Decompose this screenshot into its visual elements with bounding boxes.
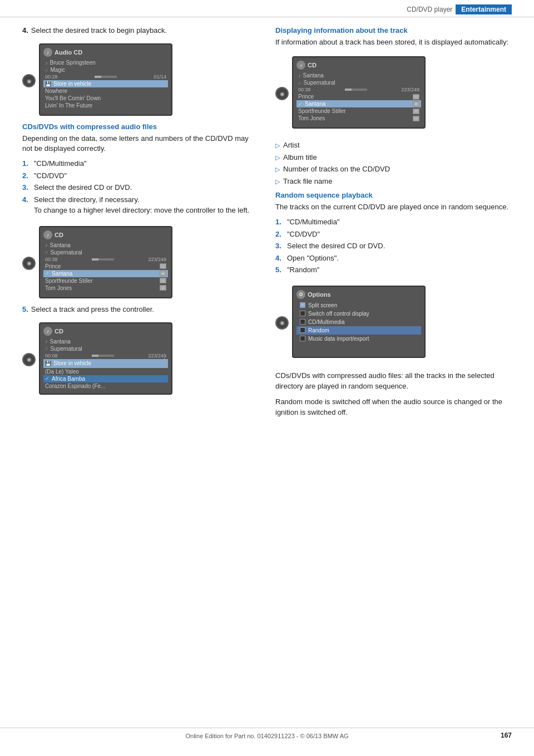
screen3-content: ♪ Santana ○ Supernatural 00:08 223/249 💾… [43,338,168,390]
screen1-time: 00:28 01/14 [43,73,168,80]
nav-controller-options[interactable]: ◉ [275,316,289,330]
footer: Online Edition for Part no. 01402911223 … [0,728,534,739]
bullet-text-1: Artist [283,140,300,151]
screen1-content: ♪ Bruce Springsteen ○ Magic 00:28 01/14 … [43,59,168,109]
screen2: ♪ CD ♪ Santana ○ Supernatural 00:38 223/… [39,226,172,298]
right-column: Displaying information about the track I… [275,26,512,423]
step5-number: 5. [22,305,28,313]
screen-display-icon: ♪ [296,61,305,70]
screen2-content: ♪ Santana ○ Supernatural 00:38 223/249 P… [43,242,168,292]
nav-controller-1[interactable]: ◉ [22,74,36,87]
screen2-container: ◉ ♪ CD ♪ Santana ○ Supernatural 00:38 [22,222,259,305]
header-section-label: CD/DVD player [407,6,452,13]
random-section-intro: The tracks on the current CD/DVD are pla… [275,202,512,212]
steps-cds-list: 1. "CD/Multimedia" 2. "CD/DVD" 3. Select… [22,158,259,216]
screen1-header: ♪ Audio CD [43,48,168,57]
screen1-track2: You'll Be Comin' Down [43,95,168,102]
bullet-filename: ▷ Track file name [275,176,512,187]
screen-display: ♪ CD ♪ Santana ○ Supernatural 00:38 223/… [292,56,426,129]
screen-display-plus-icon: + [414,92,419,101]
options-random: Random [296,326,421,335]
screen-options-container: ◉ ⚙ Options ✓ Split screen Switch off co… [275,281,512,365]
random-section-title: Random sequence playback [275,191,512,199]
screen3-album: ○ Supernatural [43,345,168,352]
bullet-triangle-2: ▷ [275,153,280,163]
options-cdmm-label: CD/Multimedia [308,319,345,325]
screen2-track-santana: ✓ Santana ▪ [43,270,168,277]
screen3-title: CD [55,328,63,335]
checkbox-random [300,327,305,333]
screen3-store: 💾 Store in vehicle + [43,359,168,368]
bullet-triangle-4: ▷ [275,177,280,186]
checkbox-split: ✓ [300,302,305,308]
screen3-container: ◉ ♪ CD ♪ Santana ○ Supernatural 00:08 [22,318,259,401]
screen-options: ⚙ Options ✓ Split screen Switch off cont… [292,286,426,358]
bullet-triangle-3: ▷ [275,165,280,174]
bullet-text-4: Track file name [283,176,332,187]
screen-display-header: ♪ CD [296,61,421,70]
screen2-time: 00:38 223/249 [43,256,168,263]
bullet-album: ▷ Album title [275,152,512,163]
screen2-track-tomjones: Tom Jones ▪ [43,284,168,292]
screen1: ♪ Audio CD ♪ Bruce Springsteen ○ Magic 0… [39,43,172,116]
step-cds-2: 2. "CD/DVD" [22,170,259,181]
screen1-artist: ♪ Bruce Springsteen [43,59,168,66]
screen1-album: ○ Magic [43,66,168,73]
options-split: ✓ Split screen [296,301,421,310]
screen-options-title: Options [308,291,331,298]
step-rand-3: 3. Select the desired CD or DVD. [275,240,512,252]
bullet-triangle-1: ▷ [275,141,280,150]
screen-options-icon: ⚙ [296,290,305,299]
checkbox-switchoff [300,311,305,316]
nav-controller-display[interactable]: ◉ [275,87,289,100]
step-rand-2: 2. "CD/DVD" [275,229,512,240]
bullet-trackcount: ▷ Number of tracks on the CD/DVD [275,164,512,175]
screen-options-content: ✓ Split screen Switch off control displa… [296,301,421,343]
footer-text: Online Edition for Part no. 01402911223 … [185,733,348,739]
screen-display-sport: Sportfreunde Stiller ▪ [296,107,421,115]
checkbox-music [300,336,305,341]
screen2-track-prince: Prince ▪ [43,263,168,270]
screen-options-header: ⚙ Options [296,290,421,299]
step-rand-1: 1. "CD/Multimedia" [275,217,512,228]
step-rand-4: 4. Open "Options". [275,253,512,264]
screen1-track3: Livin' In The Future [43,102,168,109]
screen2-artist: ♪ Santana [43,242,168,249]
nav-controller-2[interactable]: ◉ [22,257,36,270]
screen3: ♪ CD ♪ Santana ○ Supernatural 00:08 223/… [39,322,172,395]
display-section-intro: If information about a track has been st… [275,37,512,47]
cds-section-title: CDs/DVDs with compressed audio files [22,122,259,131]
checkbox-cdmm [300,319,305,325]
options-random-label: Random [308,327,329,333]
screen2-plus-icon: + [161,262,166,271]
screen3-plus-icon: + [162,356,166,364]
content-wrapper: 4. Select the desired track to begin pla… [0,26,534,423]
screen3-track-corazon: Corazon Espinado (Fe... [43,382,168,390]
options-switchoff: Switch off control display [296,310,421,318]
step-cds-1: 1. "CD/Multimedia" [22,158,259,169]
screen2-album: ○ Supernatural [43,249,168,256]
screen-display-content: ♪ Santana ○ Supernatural 00:38 223/249 P… [296,72,421,122]
display-section-title: Displaying information about the track [275,26,512,35]
nav-controller-3[interactable]: ◉ [22,353,36,366]
screen2-track-sportfreunde: Sportfreunde Stiller ▪ [43,277,168,284]
bullet-text-3: Number of tracks on the CD/DVD [283,164,390,175]
options-switchoff-label: Switch off control display [308,311,369,317]
screen1-title: Audio CD [55,49,82,56]
header-section-active: Entertainment [456,4,512,14]
cds-section-intro: Depending on the data, some letters and … [22,134,259,154]
step4-intro: 4. Select the desired track to begin pla… [22,26,259,35]
step-cds-3: 3. Select the desired CD or DVD. [22,182,259,193]
screen2-header: ♪ CD [43,230,168,239]
screen-display-album: ○ Supernatural [296,79,421,86]
screen2-title: CD [55,232,63,238]
step-rand-5: 5. "Random" [275,264,512,276]
options-split-label: Split screen [308,302,337,308]
screen1-track1: Nowhere [43,87,168,95]
bullet-artist: ▷ Artist [275,140,512,151]
screen3-track-africa: ✓ Africa Bamba [43,375,168,382]
screen3-time: 00:08 223/249 [43,352,168,359]
step-cds-4: 4. Select the directory, if necessary.To… [22,194,259,216]
step5-text: Select a track and press the controller. [31,305,154,313]
screen1-store: 💾 Store in vehicle [43,80,168,87]
